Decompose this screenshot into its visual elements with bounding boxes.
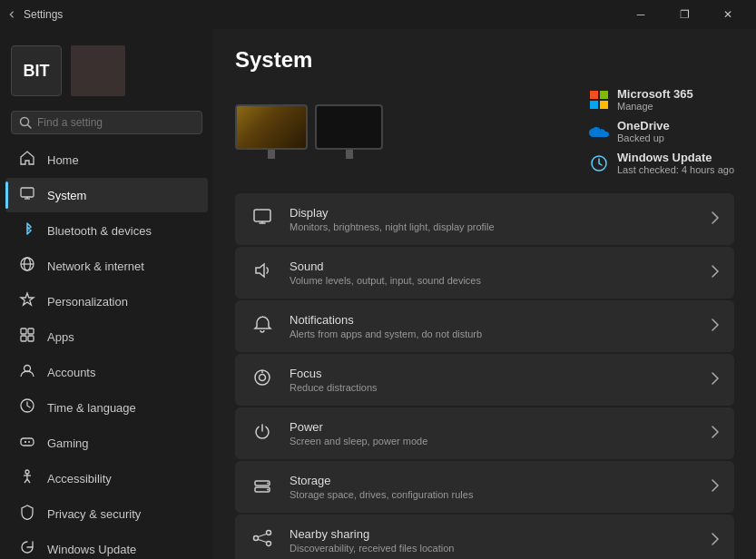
- nav-icon-accessibility: [18, 468, 36, 488]
- sidebar-item-accessibility[interactable]: Accessibility: [5, 461, 208, 495]
- nav-label-system: System: [47, 189, 86, 202]
- svg-point-17: [28, 441, 30, 443]
- setting-row-display[interactable]: DisplayMonitors, brightness, night light…: [235, 193, 734, 245]
- setting-icon-storage: [250, 475, 275, 499]
- setting-icon-power: [250, 421, 275, 446]
- svg-point-18: [25, 470, 29, 474]
- nav-label-windows-update: Windows Update: [47, 543, 136, 556]
- sidebar-item-personalization[interactable]: Personalization: [5, 284, 208, 319]
- nav-label-apps: Apps: [47, 330, 74, 344]
- setting-title-notifications: Notifications: [290, 313, 696, 327]
- setting-row-storage[interactable]: StorageStorage space, drives, configurat…: [235, 461, 734, 513]
- service-icon-ms365: [588, 89, 610, 111]
- titlebar-title: Settings: [24, 8, 63, 21]
- avatar[interactable]: BIT: [11, 45, 62, 96]
- sidebar-nav: HomeSystemBluetooth & devicesNetwork & i…: [0, 142, 213, 559]
- service-card-ms365[interactable]: Microsoft 365Manage: [588, 87, 734, 112]
- setting-row-power[interactable]: PowerScreen and sleep, power mode: [235, 407, 734, 459]
- screen-stand-2: [346, 150, 353, 159]
- restore-button[interactable]: ❐: [663, 0, 705, 29]
- setting-text-sound: SoundVolume levels, output, input, sound…: [290, 260, 696, 286]
- service-info-ms365: Microsoft 365Manage: [617, 87, 693, 112]
- monitor-thumb-1: [235, 104, 308, 159]
- service-icon-onedrive: [588, 121, 610, 142]
- chevron-icon-nearby-sharing: [711, 532, 720, 549]
- nav-label-home: Home: [47, 153, 79, 167]
- sidebar-item-network[interactable]: Network & internet: [5, 249, 208, 283]
- svg-rect-9: [28, 329, 34, 334]
- sidebar-item-gaming[interactable]: Gaming: [5, 426, 208, 460]
- setting-row-notifications[interactable]: NotificationsAlerts from apps and system…: [235, 300, 734, 352]
- svg-rect-11: [28, 336, 34, 341]
- page-title: System: [235, 47, 734, 73]
- minimize-button[interactable]: ─: [620, 0, 662, 29]
- titlebar: Settings ─ ❐ ✕: [0, 0, 756, 29]
- sidebar-item-system[interactable]: System: [5, 178, 208, 212]
- search-box[interactable]: [11, 111, 202, 134]
- service-icon-winupdate: [588, 152, 610, 174]
- sidebar-item-bluetooth[interactable]: Bluetooth & devices: [5, 213, 208, 248]
- nav-icon-time: [18, 397, 36, 417]
- setting-row-focus[interactable]: FocusReduce distractions: [235, 354, 734, 406]
- sidebar-item-windows-update[interactable]: Windows Update: [5, 532, 208, 559]
- service-name-onedrive: OneDrive: [617, 119, 670, 132]
- svg-line-21: [25, 479, 27, 483]
- screen-thumbnail-1: [235, 104, 308, 150]
- nav-icon-gaming: [18, 433, 36, 453]
- nav-label-accounts: Accounts: [47, 366, 95, 379]
- sidebar-item-apps[interactable]: Apps: [5, 319, 208, 354]
- svg-rect-8: [21, 329, 26, 334]
- service-info-onedrive: OneDriveBacked up: [617, 119, 670, 143]
- nav-label-privacy: Privacy & security: [47, 507, 141, 521]
- svg-rect-25: [590, 101, 598, 109]
- svg-rect-26: [600, 101, 608, 109]
- setting-sub-focus: Reduce distractions: [290, 382, 696, 393]
- setting-icon-notifications: [250, 314, 275, 338]
- sidebar-item-privacy[interactable]: Privacy & security: [5, 496, 208, 531]
- nav-icon-bluetooth: [18, 221, 36, 240]
- setting-icon-focus: [250, 368, 275, 392]
- sidebar-item-accounts[interactable]: Accounts: [5, 355, 208, 389]
- setting-sub-power: Screen and sleep, power mode: [290, 436, 696, 446]
- svg-rect-24: [600, 91, 608, 99]
- setting-title-display: Display: [290, 206, 696, 220]
- setting-sub-display: Monitors, brightness, night light, displ…: [290, 221, 696, 232]
- setting-row-nearby-sharing[interactable]: Nearby sharingDiscoverability, received …: [235, 515, 734, 559]
- setting-text-focus: FocusReduce distractions: [290, 367, 696, 393]
- screen-thumbnail-2: [315, 104, 383, 150]
- nav-icon-home: [18, 150, 36, 170]
- nav-icon-personalization: [18, 291, 36, 311]
- nav-icon-windows-update: [18, 539, 36, 559]
- back-button[interactable]: [7, 10, 16, 19]
- nav-label-gaming: Gaming: [47, 436, 89, 450]
- nav-icon-network: [18, 256, 36, 276]
- nav-icon-privacy: [18, 504, 36, 524]
- service-card-onedrive[interactable]: OneDriveBacked up: [588, 119, 734, 143]
- close-button[interactable]: ✕: [707, 0, 749, 29]
- setting-sub-sound: Volume levels, output, input, sound devi…: [290, 275, 696, 286]
- setting-text-storage: StorageStorage space, drives, configurat…: [290, 474, 696, 500]
- nav-label-bluetooth: Bluetooth & devices: [47, 224, 152, 238]
- sidebar: BIT HomeSystemBluetooth & devicesNetwork…: [0, 29, 213, 559]
- svg-point-39: [267, 531, 271, 535]
- svg-line-22: [27, 479, 30, 483]
- svg-point-33: [260, 375, 266, 381]
- svg-line-1: [28, 125, 32, 129]
- setting-row-sound[interactable]: SoundVolume levels, output, input, sound…: [235, 247, 734, 299]
- setting-text-nearby-sharing: Nearby sharingDiscoverability, received …: [290, 527, 696, 554]
- sidebar-item-home[interactable]: Home: [5, 142, 208, 177]
- svg-line-42: [259, 534, 267, 537]
- service-card-winupdate[interactable]: Windows UpdateLast checked: 4 hours ago: [588, 151, 734, 175]
- setting-title-storage: Storage: [290, 474, 696, 487]
- svg-rect-2: [21, 188, 34, 197]
- service-sub-ms365: Manage: [617, 101, 693, 112]
- chevron-icon-sound: [711, 264, 720, 281]
- search-input[interactable]: [37, 116, 194, 129]
- search-icon: [19, 116, 32, 129]
- svg-line-43: [259, 540, 267, 543]
- titlebar-left: Settings: [7, 8, 63, 21]
- chevron-icon-display: [711, 211, 720, 228]
- sidebar-item-time[interactable]: Time & language: [5, 390, 208, 425]
- setting-sub-notifications: Alerts from apps and system, do not dist…: [290, 329, 696, 339]
- nav-label-personalization: Personalization: [47, 295, 128, 309]
